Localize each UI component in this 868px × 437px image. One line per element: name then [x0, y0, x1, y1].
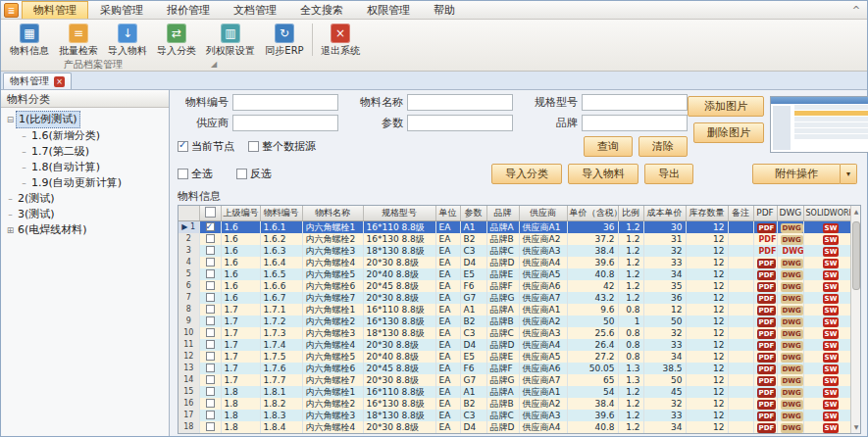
menu-权限管理[interactable]: 权限管理	[355, 1, 422, 19]
check-当前节点[interactable]: 当前节点	[178, 139, 234, 154]
整个数据源-checkbox[interactable]	[248, 141, 259, 152]
dwg-attachment-icon[interactable]: DWG	[781, 412, 803, 421]
供应商-input[interactable]	[232, 115, 338, 131]
sw-attachment-icon[interactable]: SW	[823, 400, 840, 410]
table-row[interactable]: 41.61.6.4内六角螺栓420*30 8.8级EAD4品牌D供应商A439.…	[179, 257, 850, 268]
row-select-cell[interactable]	[199, 363, 221, 374]
dwg-attachment-icon[interactable]: DWG	[781, 353, 803, 363]
sw-attachment-icon[interactable]: SW	[823, 317, 840, 327]
row-select-cell[interactable]	[199, 304, 221, 316]
dwg-attachment-icon[interactable]: DWG	[781, 259, 803, 268]
tree-node-1(比例测试)[interactable]: ⊟1(比例测试)	[3, 111, 167, 128]
table-row[interactable]: 81.71.7.1内六角螺栓116*110 8.8级EAA1品牌A供应商A19.…	[179, 304, 850, 316]
row-checkbox[interactable]	[206, 222, 215, 231]
sw-attachment-icon[interactable]: SW	[823, 294, 840, 304]
row-select-cell[interactable]	[199, 316, 221, 327]
dwg-attachment-icon[interactable]: DWG	[781, 400, 803, 410]
row-select-cell[interactable]	[199, 220, 221, 233]
tree-node-1.7(第二级)[interactable]: –1.7(第二级)	[3, 144, 167, 160]
sw-attachment-icon[interactable]: SW	[823, 376, 840, 386]
table-row[interactable]: 121.71.7.5内六角螺栓520*40 8.8级EAE5品牌E供应商A527…	[179, 351, 850, 363]
row-checkbox[interactable]	[206, 269, 215, 278]
col-参数[interactable]: 参数	[460, 206, 486, 220]
dwg-attachment-icon[interactable]: DWG	[781, 341, 803, 351]
sw-attachment-icon[interactable]: SW	[823, 247, 840, 257]
row-select-cell[interactable]	[199, 257, 221, 268]
row-select-cell[interactable]	[199, 421, 221, 433]
toolbar-导入物料-button[interactable]: ↓导入物料	[103, 22, 152, 60]
row-select-cell[interactable]	[199, 339, 221, 351]
pdf-attachment-icon[interactable]: PDF	[757, 329, 777, 339]
pdf-attachment-icon[interactable]: PDF	[757, 341, 777, 351]
ribbon-collapse-icon[interactable]: ^	[845, 1, 867, 19]
col-比例[interactable]: 比例	[618, 206, 643, 220]
table-row[interactable]: ▶ 11.61.6.1内六角螺栓116*110 8.8级EAA1品牌A供应商A1…	[179, 220, 850, 233]
col-DWG[interactable]: DWG	[777, 206, 803, 220]
sw-attachment-icon[interactable]: SW	[823, 353, 840, 363]
品牌-input[interactable]	[582, 115, 688, 131]
row-select-cell[interactable]	[199, 351, 221, 363]
check-整个数据源[interactable]: 整个数据源	[248, 139, 316, 154]
row-select-cell[interactable]	[199, 398, 221, 410]
remove-image-button[interactable]: 删除图片	[693, 122, 764, 143]
row-select-cell[interactable]	[199, 268, 221, 280]
vertical-scrollbar[interactable]: ▲ ▼	[850, 206, 860, 433]
物料名称-input[interactable]	[407, 94, 513, 111]
attachment-ops-button[interactable]: 附件操作	[752, 164, 841, 184]
dwg-attachment-icon[interactable]: DWG	[781, 388, 803, 398]
col-SOLIDWORKS[interactable]: SOLIDWORKS	[803, 206, 850, 220]
pdf-attachment-icon[interactable]: PDF	[757, 235, 778, 245]
dwg-attachment-icon[interactable]: DWG	[781, 306, 803, 316]
当前节点-checkbox[interactable]	[178, 141, 188, 152]
dwg-attachment-icon[interactable]: DWG	[781, 364, 803, 374]
table-row[interactable]: 61.61.6.6内六角螺栓620*45 8.8级EAF6品牌F供应商A6421…	[179, 280, 850, 292]
row-select-cell[interactable]	[199, 327, 221, 339]
sw-attachment-icon[interactable]: SW	[823, 364, 840, 374]
sw-attachment-icon[interactable]: SW	[823, 282, 840, 292]
check-全选[interactable]: 全选	[178, 167, 213, 181]
row-checkbox[interactable]	[206, 364, 215, 372]
sw-attachment-icon[interactable]: SW	[823, 306, 840, 316]
全选-checkbox[interactable]	[178, 169, 188, 179]
row-select-cell[interactable]	[199, 433, 221, 434]
row-select-cell[interactable]	[199, 386, 221, 398]
row-select-cell[interactable]	[199, 410, 221, 421]
参数-input[interactable]	[407, 115, 513, 131]
row-checkbox[interactable]	[206, 305, 215, 314]
row-select-cell[interactable]	[199, 245, 221, 257]
sw-attachment-icon[interactable]: SW	[823, 423, 840, 433]
tab-close-icon[interactable]: ×	[54, 76, 65, 87]
table-row[interactable]: 71.61.6.7内六角螺栓720*30 8.8级EAG7品牌G供应商A743.…	[179, 292, 850, 304]
table-row[interactable]: 191.81.8.5内六角螺栓520*40 8.8级EAE5品牌E供应商A539…	[179, 433, 850, 434]
pdf-attachment-icon[interactable]: PDF	[757, 376, 777, 386]
col-供应商[interactable]: 供应商	[519, 206, 567, 220]
dwg-attachment-icon[interactable]: DWG	[781, 223, 803, 233]
tree-node-1.8(自动计算)[interactable]: –1.8(自动计算)	[3, 160, 167, 175]
table-row[interactable]: 91.71.7.2内六角螺栓216*130 8.8级EAB2品牌B供应商A250…	[179, 316, 850, 327]
pdf-attachment-icon[interactable]: PDF	[757, 270, 777, 280]
table-row[interactable]: 101.71.7.3内六角螺栓318*130 8.8级EAC3品牌C供应商A32…	[179, 327, 850, 339]
查询-button[interactable]: 查询	[584, 136, 633, 157]
tree-node-3(测试)[interactable]: –3(测试)	[3, 207, 167, 222]
row-checkbox[interactable]	[206, 234, 215, 243]
sw-attachment-icon[interactable]: SW	[823, 235, 840, 245]
row-checkbox[interactable]	[206, 281, 215, 290]
col-物料编号[interactable]: 物料编号	[260, 206, 302, 220]
导出-button[interactable]: 导出	[644, 164, 693, 184]
pdf-attachment-icon[interactable]: PDF	[757, 364, 777, 374]
dwg-attachment-icon[interactable]: DWG	[781, 329, 803, 339]
tree-node-2(测试)[interactable]: –2(测试)	[3, 191, 167, 207]
sw-attachment-icon[interactable]: SW	[823, 412, 840, 421]
row-checkbox[interactable]	[206, 316, 215, 325]
pdf-attachment-icon[interactable]: PDF	[757, 423, 777, 433]
row-checkbox[interactable]	[206, 375, 215, 384]
group-dialog-launcher-icon[interactable]: ◢	[211, 60, 217, 69]
expand-icon[interactable]: ⊞	[5, 222, 16, 238]
col-PDF[interactable]: PDF	[753, 206, 777, 220]
col-规格型号[interactable]: 规格型号	[363, 206, 435, 220]
scroll-down-icon[interactable]: ▼	[851, 422, 861, 432]
导入物料-button[interactable]: 导入物料	[568, 164, 638, 184]
table-row[interactable]: 111.71.7.4内六角螺栓420*30 8.8级EAD4品牌D供应商A426…	[179, 339, 850, 351]
pdf-attachment-icon[interactable]: PDF	[757, 353, 777, 363]
反选-checkbox[interactable]	[236, 169, 247, 179]
